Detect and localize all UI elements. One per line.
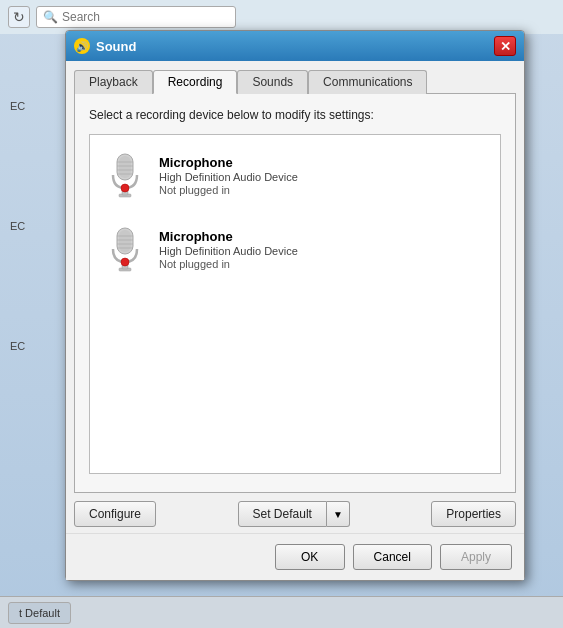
properties-button[interactable]: Properties [431,501,516,527]
device-info-1: Microphone High Definition Audio Device … [159,155,298,196]
tab-sounds[interactable]: Sounds [237,70,308,94]
tab-playback[interactable]: Playback [74,70,153,94]
search-icon: 🔍 [43,10,58,24]
tab-recording[interactable]: Recording [153,70,238,94]
tab-communications[interactable]: Communications [308,70,427,94]
taskbar-item[interactable]: t Default [8,602,71,624]
dialog-title-bar: 🔊 Sound ✕ [66,31,524,61]
sidebar-label-2: EC [10,220,25,232]
tab-bar: Playback Recording Sounds Communications [66,61,524,93]
microphone-icon-2 [103,224,147,274]
device-item-2[interactable]: Microphone High Definition Audio Device … [94,213,496,285]
configure-button[interactable]: Configure [74,501,156,527]
cancel-button[interactable]: Cancel [353,544,432,570]
device-desc-1: High Definition Audio Device [159,171,298,183]
search-input[interactable] [62,10,229,24]
device-status-2: Not plugged in [159,258,298,270]
refresh-icon: ↻ [13,9,25,25]
svg-point-8 [121,184,129,192]
sound-icon: 🔊 [76,41,88,52]
sidebar-label-3: EC [10,340,25,352]
dropdown-arrow-icon: ▼ [333,509,343,520]
instruction-text: Select a recording device below to modif… [89,108,501,122]
set-default-group: Set Default ▼ [238,501,350,527]
action-buttons: Configure Set Default ▼ Properties [74,501,516,527]
sidebar-label-1: EC [10,100,25,112]
sound-dialog: 🔊 Sound ✕ Playback Recording Sounds Comm… [65,30,525,581]
microphone-icon-1 [103,150,147,200]
set-default-button[interactable]: Set Default [238,501,327,527]
dialog-bottom-bar: OK Cancel Apply [66,533,524,580]
dialog-icon: 🔊 [74,38,90,54]
device-desc-2: High Definition Audio Device [159,245,298,257]
device-status-1: Not plugged in [159,184,298,196]
dialog-title: Sound [96,39,494,54]
device-list: Microphone High Definition Audio Device … [89,134,501,474]
device-info-2: Microphone High Definition Audio Device … [159,229,298,270]
device-name-1: Microphone [159,155,298,170]
device-name-2: Microphone [159,229,298,244]
apply-button[interactable]: Apply [440,544,512,570]
close-button[interactable]: ✕ [494,36,516,56]
search-bar[interactable]: 🔍 [36,6,236,28]
browser-toolbar: ↻ 🔍 [0,0,563,34]
svg-point-17 [121,258,129,266]
set-default-dropdown[interactable]: ▼ [327,501,350,527]
ok-button[interactable]: OK [275,544,345,570]
device-item-1[interactable]: Microphone High Definition Audio Device … [94,139,496,211]
taskbar: t Default [0,596,563,628]
svg-rect-3 [119,156,131,178]
svg-rect-12 [119,230,131,252]
refresh-button[interactable]: ↻ [8,6,30,28]
content-area: Select a recording device below to modif… [74,93,516,493]
